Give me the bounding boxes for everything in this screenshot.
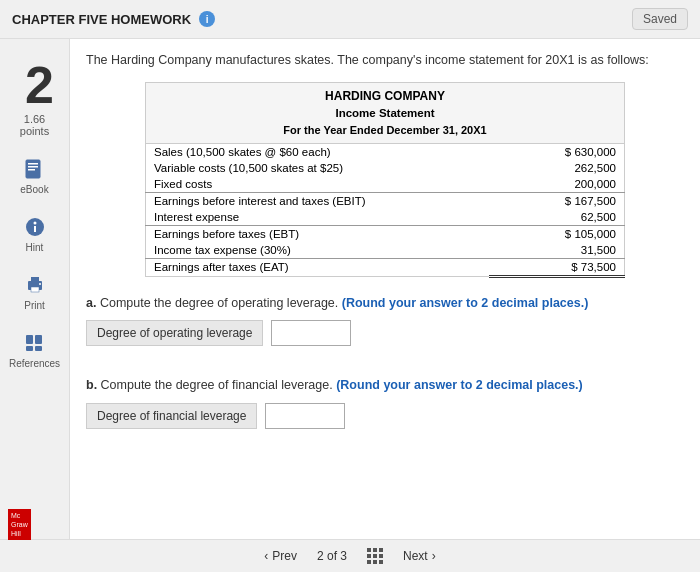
grid-icon xyxy=(367,548,383,564)
svg-point-10 xyxy=(39,283,41,285)
row-label: Sales (10,500 skates @ $60 each) xyxy=(146,143,489,160)
table-row: Fixed costs200,000 xyxy=(146,176,625,193)
row-value: 262,500 xyxy=(489,160,625,176)
row-label: Variable costs (10,500 skates at $25) xyxy=(146,160,489,176)
table-row: Earnings after taxes (EAT)$ 73,500 xyxy=(146,258,625,276)
points-value: 1.66 xyxy=(24,113,45,125)
ebook-icon xyxy=(22,157,46,181)
svg-rect-14 xyxy=(35,346,42,351)
income-statement-table: HARDING COMPANY Income Statement For the… xyxy=(145,82,625,278)
row-label: Interest expense xyxy=(146,209,489,226)
part-a-instruction: (Round your answer to 2 decimal places.) xyxy=(342,296,589,310)
table-row: Earnings before interest and taxes (EBIT… xyxy=(146,192,625,209)
sidebar-item-ebook[interactable]: eBook xyxy=(20,157,48,195)
row-label: Income tax expense (30%) xyxy=(146,242,489,259)
references-icon xyxy=(22,331,46,355)
references-label: References xyxy=(9,358,60,369)
svg-rect-12 xyxy=(35,335,42,344)
svg-rect-1 xyxy=(28,163,38,165)
points-display: 1.66 points xyxy=(15,113,54,137)
print-label: Print xyxy=(24,300,45,311)
hint-label: Hint xyxy=(26,242,44,253)
table-company-name: HARDING COMPANY Income Statement For the… xyxy=(146,82,625,143)
svg-rect-2 xyxy=(28,166,38,168)
hint-icon xyxy=(23,215,47,239)
print-icon xyxy=(23,273,47,297)
top-bar-left: CHAPTER FIVE HOMEWORK i xyxy=(12,11,215,27)
table-row: Sales (10,500 skates @ $60 each)$ 630,00… xyxy=(146,143,625,160)
part-a-text: Compute the degree of operating leverage… xyxy=(100,296,338,310)
next-chevron-icon: › xyxy=(432,549,436,563)
table-row: Interest expense62,500 xyxy=(146,209,625,226)
table-row: Variable costs (10,500 skates at $25)262… xyxy=(146,160,625,176)
part-b-answer-input[interactable] xyxy=(265,403,345,429)
svg-rect-8 xyxy=(31,277,39,282)
info-icon[interactable]: i xyxy=(199,11,215,27)
svg-rect-11 xyxy=(26,335,33,344)
part-a-label: a. xyxy=(86,296,96,310)
saved-badge: Saved xyxy=(632,8,688,30)
prev-chevron-icon: ‹ xyxy=(264,549,268,563)
sidebar-item-hint[interactable]: Hint xyxy=(23,215,47,253)
part-a-input-label: Degree of operating leverage xyxy=(86,320,263,346)
statement-title: Income Statement xyxy=(154,105,616,122)
part-b-text: Compute the degree of financial leverage… xyxy=(101,378,333,392)
main-layout: 2 1.66 points eBook xyxy=(0,39,700,572)
ebook-label: eBook xyxy=(20,184,48,195)
svg-rect-6 xyxy=(34,226,36,232)
row-label: Earnings before interest and taxes (EBIT… xyxy=(146,192,489,209)
row-label: Earnings before taxes (EBT) xyxy=(146,225,489,242)
part-a-answer-input[interactable] xyxy=(271,320,351,346)
prev-label: Prev xyxy=(272,549,297,563)
row-label: Fixed costs xyxy=(146,176,489,193)
prev-button[interactable]: ‹ Prev xyxy=(264,549,297,563)
sidebar-item-references[interactable]: References xyxy=(9,331,60,369)
points-text: points xyxy=(20,125,49,137)
part-b-input-label: Degree of financial leverage xyxy=(86,403,257,429)
bottom-nav: McGrawHill ‹ Prev 2 of 3 Next › xyxy=(0,539,700,572)
table-row: Income tax expense (30%)31,500 xyxy=(146,242,625,259)
part-a-input-row: Degree of operating leverage xyxy=(86,320,684,346)
question-number: 2 xyxy=(15,49,54,111)
sidebar: 2 1.66 points eBook xyxy=(0,39,70,572)
question-intro: The Harding Company manufactures skates.… xyxy=(86,51,684,70)
table-row: Earnings before taxes (EBT)$ 105,000 xyxy=(146,225,625,242)
row-value: $ 105,000 xyxy=(489,225,625,242)
next-label: Next xyxy=(403,549,428,563)
row-value: $ 167,500 xyxy=(489,192,625,209)
company-name: HARDING COMPANY xyxy=(154,87,616,105)
part-b-input-row: Degree of financial leverage xyxy=(86,403,684,429)
statement-period: For the Year Ended December 31, 20X1 xyxy=(154,122,616,139)
sidebar-item-print[interactable]: Print xyxy=(23,273,47,311)
row-value: $ 73,500 xyxy=(489,258,625,276)
svg-rect-3 xyxy=(28,169,35,171)
part-a-question: a. Compute the degree of operating lever… xyxy=(86,294,684,313)
top-bar: CHAPTER FIVE HOMEWORK i Saved xyxy=(0,0,700,39)
part-b-instruction: (Round your answer to 2 decimal places.) xyxy=(336,378,583,392)
mcgraw-logo: McGrawHill xyxy=(8,509,31,540)
chapter-title: CHAPTER FIVE HOMEWORK xyxy=(12,12,191,27)
row-label: Earnings after taxes (EAT) xyxy=(146,258,489,276)
svg-point-5 xyxy=(33,222,36,225)
content-area: The Harding Company manufactures skates.… xyxy=(70,39,700,572)
svg-rect-9 xyxy=(31,287,39,292)
next-button[interactable]: Next › xyxy=(403,549,436,563)
svg-rect-13 xyxy=(26,346,33,351)
part-b-label: b. xyxy=(86,378,97,392)
part-b-question: b. Compute the degree of financial lever… xyxy=(86,376,684,395)
row-value: 62,500 xyxy=(489,209,625,226)
row-value: 200,000 xyxy=(489,176,625,193)
page-info: 2 of 3 xyxy=(317,549,347,563)
row-value: 31,500 xyxy=(489,242,625,259)
row-value: $ 630,000 xyxy=(489,143,625,160)
question-number-block: 2 1.66 points xyxy=(15,49,54,137)
